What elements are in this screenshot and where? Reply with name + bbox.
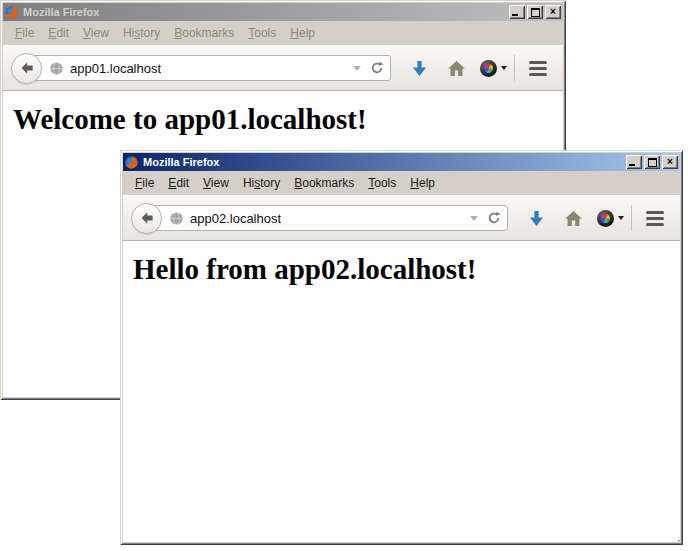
back-arrow-icon: [19, 60, 35, 76]
app-menu-icon[interactable]: [646, 211, 664, 226]
menu-bar: FileEditViewHistoryBookmarksToolsHelp: [3, 21, 563, 45]
home-icon[interactable]: [438, 60, 475, 77]
menu-item-bookmarks[interactable]: Bookmarks: [167, 23, 241, 43]
menu-item-tools[interactable]: Tools: [361, 173, 403, 193]
toolbar-separator: [514, 55, 515, 81]
menu-item-view[interactable]: View: [196, 173, 236, 193]
colorwheel-addon-icon[interactable]: [592, 210, 629, 227]
download-icon[interactable]: [401, 59, 438, 78]
url-bar[interactable]: app02.localhost: [146, 205, 508, 231]
colorwheel-caret-icon: [618, 216, 624, 220]
page-content: Hello from app02.localhost!: [123, 241, 680, 542]
menu-item-file[interactable]: File: [8, 23, 41, 43]
maximize-button[interactable]: [644, 155, 660, 169]
colorwheel-sphere: [480, 60, 497, 77]
toolbar-icons: [518, 205, 672, 231]
menu-item-bookmarks[interactable]: Bookmarks: [287, 173, 361, 193]
titlebar[interactable]: Mozilla Firefox ×: [3, 3, 563, 21]
maximize-icon: [531, 8, 540, 17]
download-icon[interactable]: [518, 209, 555, 228]
colorwheel-caret-icon: [501, 66, 507, 70]
titlebar[interactable]: Mozilla Firefox ×: [123, 153, 680, 171]
window-controls: ×: [509, 5, 561, 19]
navigation-toolbar: app01.localhost: [3, 45, 563, 91]
menu-item-help[interactable]: Help: [403, 173, 442, 193]
browser-window-app02: Mozilla Firefox × FileEditViewHistoryBoo…: [120, 150, 683, 545]
back-button[interactable]: [131, 203, 162, 234]
menu-item-history[interactable]: History: [236, 173, 287, 193]
site-identity-globe-icon[interactable]: [49, 61, 64, 76]
window-controls: ×: [626, 155, 678, 169]
url-text[interactable]: app02.localhost: [190, 211, 281, 226]
maximize-icon: [648, 158, 657, 167]
menu-item-history[interactable]: History: [116, 23, 167, 43]
back-button[interactable]: [11, 53, 42, 84]
firefox-icon: [5, 5, 19, 19]
menu-item-help[interactable]: Help: [283, 23, 322, 43]
page-heading: Welcome to app01.localhost!: [13, 103, 563, 136]
page-heading: Hello from app02.localhost!: [133, 253, 680, 286]
navigation-toolbar: app02.localhost: [123, 195, 680, 241]
menu-item-edit[interactable]: Edit: [41, 23, 76, 43]
resize-grip-icon[interactable]: [674, 536, 676, 538]
minimize-icon: [512, 14, 518, 16]
toolbar-icons: [401, 55, 555, 81]
maximize-button[interactable]: [527, 5, 543, 19]
reload-icon[interactable]: [370, 61, 384, 75]
url-text[interactable]: app01.localhost: [70, 61, 161, 76]
window-title: Mozilla Firefox: [143, 156, 622, 168]
minimize-button[interactable]: [626, 155, 642, 169]
menu-item-view[interactable]: View: [76, 23, 116, 43]
menu-item-edit[interactable]: Edit: [161, 173, 196, 193]
colorwheel-sphere: [597, 210, 614, 227]
home-icon[interactable]: [555, 210, 592, 227]
window-title: Mozilla Firefox: [23, 6, 505, 18]
close-button[interactable]: ×: [545, 5, 561, 19]
url-dropdown-icon[interactable]: [470, 216, 478, 221]
colorwheel-addon-icon[interactable]: [475, 60, 512, 77]
close-button[interactable]: ×: [662, 155, 678, 169]
menu-bar: FileEditViewHistoryBookmarksToolsHelp: [123, 171, 680, 195]
site-identity-globe-icon[interactable]: [169, 211, 184, 226]
toolbar-separator: [631, 205, 632, 231]
url-dropdown-icon[interactable]: [353, 66, 361, 71]
url-bar[interactable]: app01.localhost: [26, 55, 391, 81]
minimize-button[interactable]: [509, 5, 525, 19]
menu-item-file[interactable]: File: [128, 173, 161, 193]
menu-item-tools[interactable]: Tools: [241, 23, 283, 43]
reload-icon[interactable]: [487, 211, 501, 225]
minimize-icon: [629, 164, 635, 166]
back-arrow-icon: [139, 210, 155, 226]
firefox-icon: [125, 155, 139, 169]
app-menu-icon[interactable]: [529, 61, 547, 76]
